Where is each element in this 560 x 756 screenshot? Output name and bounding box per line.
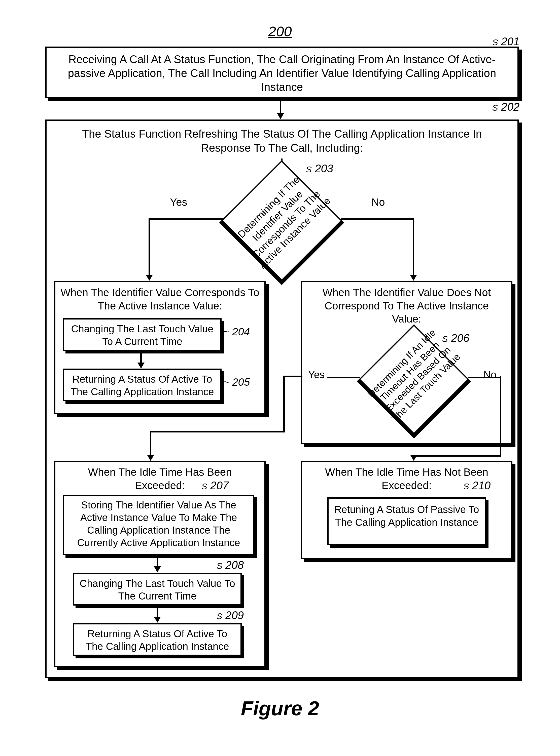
ref-201-num: 201 [501, 35, 519, 47]
line-206-yes-v [283, 376, 285, 431]
ref-205-num: 205 [232, 376, 250, 388]
line-203-no-v [413, 218, 414, 276]
label-203-no: No [372, 196, 385, 208]
block-201-text: Receiving A Call At A Status Function, T… [57, 52, 507, 94]
ref-202: S 202 [492, 101, 519, 113]
step-205-text: Returning A Status Of Active To The Call… [67, 373, 218, 398]
ref-202-num: 202 [501, 101, 519, 113]
yes-branch-box: When The Identifier Value Corresponds To… [54, 281, 266, 414]
line-203-no-h [341, 218, 414, 219]
line-206-yes-h3 [150, 431, 285, 433]
step-205: Returning A Status Of Active To The Call… [63, 369, 222, 401]
ref-203: S 203 [306, 162, 333, 175]
ref-206-num: 206 [451, 332, 469, 344]
arrow-203-yes-head [146, 275, 153, 281]
arrow-201-to-202-head [277, 113, 284, 119]
ref-208: S 208 [217, 559, 244, 571]
ref-201: S 201 [492, 35, 519, 48]
decision-203-wrap: Determining If The Identifier Value Corr… [240, 177, 323, 260]
ref-205: ~ 205 [223, 376, 250, 388]
step-210-text: Retuning A Status Of Passive To The Call… [334, 503, 480, 529]
step-207-text: Storing The Identifier Value As The Acti… [68, 499, 249, 549]
figure-caption: Figure 2 [0, 697, 560, 720]
ref-210: S 210 [463, 479, 491, 492]
line-203-yes-h [148, 218, 224, 219]
figure-number: 200 [0, 23, 560, 40]
ref-208-num: 208 [225, 559, 244, 571]
block-202-header: The Status Function Refreshing The Statu… [77, 127, 487, 155]
no-branch-box: When The Identifier Value Does Not Corre… [301, 281, 513, 444]
step-209: Returning A Status Of Active To The Call… [73, 623, 242, 656]
arrow-208-209-head [154, 617, 161, 623]
line-206-yes-stub [327, 377, 360, 378]
arrow-201-to-202-line [280, 100, 281, 114]
arrow-207-208-line [157, 556, 158, 567]
arrow-207-208-head [154, 566, 161, 572]
ref-203-num: 203 [315, 162, 333, 174]
step-210: Retuning A Status Of Passive To The Call… [327, 497, 486, 545]
no-branch-header: When The Identifier Value Does Not Corre… [310, 286, 504, 326]
line-206-yes-h2 [283, 376, 302, 377]
line-203-yes-v [148, 218, 150, 276]
block-202: The Status Function Refreshing The Statu… [45, 120, 519, 678]
step-204: Changing The Last Touch Value To A Curre… [63, 318, 222, 351]
step-208-text: Changing The Last Touch Value To The Cur… [78, 577, 237, 602]
ref-204-num: 204 [232, 326, 250, 338]
step-209-text: Returning A Status Of Active To The Call… [78, 627, 237, 653]
yes-branch-header: When The Identifier Value Corresponds To… [60, 286, 259, 313]
line-206-no-stub [468, 377, 501, 378]
arrow-204-205-line [140, 352, 142, 363]
arrow-204-205-head [138, 362, 144, 369]
label-206-no: No [483, 369, 496, 380]
label-203-yes: Yes [170, 196, 187, 208]
arrow-208-209-line [157, 607, 158, 617]
arrow-206-yes-head [147, 455, 154, 461]
ref-209: S 209 [217, 609, 244, 622]
idle-not-box: When The Idle Time Has Not Been Exceeded… [301, 461, 513, 559]
label-206-yes: Yes [308, 369, 324, 380]
block-201: Receiving A Call At A Status Function, T… [45, 46, 519, 98]
ref-204: ~ 204 [223, 326, 250, 338]
ref-206: S 206 [442, 332, 469, 344]
ref-209-num: 209 [225, 609, 244, 622]
ref-207-num: 207 [210, 479, 228, 491]
step-208: Changing The Last Touch Value To The Cur… [73, 573, 242, 606]
line-206-no-h2 [413, 455, 501, 457]
step-204-text: Changing The Last Touch Value To A Curre… [67, 322, 218, 348]
ref-210-num: 210 [472, 479, 491, 491]
line-206-no-v [500, 376, 501, 456]
decision-206-wrap: Determining If An Idle Timeout Has Been … [376, 340, 452, 415]
arrow-203-no-head [410, 275, 417, 281]
line-206-yes-v2 [150, 431, 151, 456]
idle-exceeded-box: When The Idle Time Has Been Exceeded: S … [54, 461, 266, 667]
ref-207: S 207 [201, 479, 228, 492]
arrow-206-no-head [410, 455, 417, 461]
step-207: Storing The Identifier Value As The Acti… [63, 495, 254, 555]
